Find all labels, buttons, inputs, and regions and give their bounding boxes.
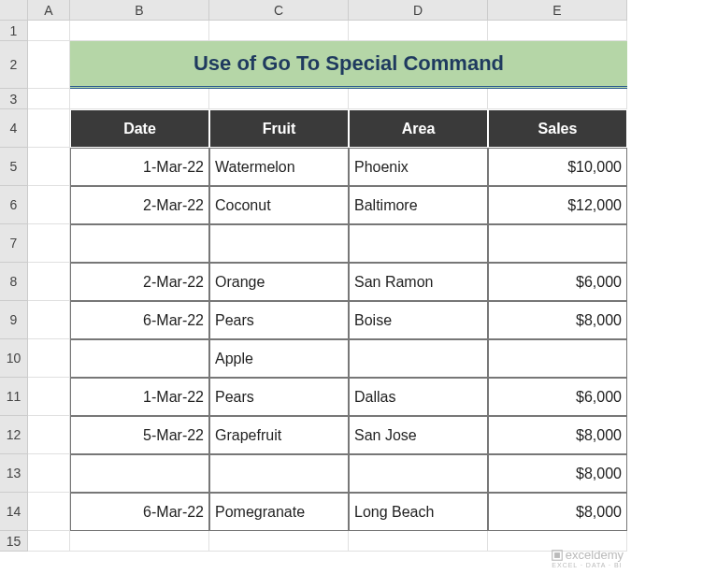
row-header-2[interactable]: 2	[0, 41, 28, 89]
cell-c15[interactable]	[209, 531, 349, 552]
cell-sales-9[interactable]: $8,000	[488, 301, 627, 339]
row-header-9[interactable]: 9	[0, 301, 28, 339]
row-header-15[interactable]: 15	[0, 531, 28, 552]
table-header-sales[interactable]: Sales	[488, 109, 627, 148]
cell-area-7[interactable]	[349, 224, 488, 263]
cell-a6[interactable]	[28, 186, 70, 224]
cell-d15[interactable]	[349, 531, 488, 552]
table-header-fruit[interactable]: Fruit	[209, 109, 349, 148]
cell-b15[interactable]	[70, 531, 209, 552]
cell-date-12[interactable]: 5-Mar-22	[70, 416, 209, 454]
cell-e15[interactable]	[488, 531, 627, 552]
cell-e3[interactable]	[488, 89, 627, 109]
row-header-13[interactable]: 13	[0, 454, 28, 493]
cell-c3[interactable]	[209, 89, 349, 109]
cell-area-12[interactable]: San Jose	[349, 416, 488, 454]
row-header-7[interactable]: 7	[0, 224, 28, 263]
table-header-date[interactable]: Date	[70, 109, 209, 148]
col-header-a[interactable]: A	[28, 0, 70, 21]
col-header-e[interactable]: E	[488, 0, 627, 21]
row-header-14[interactable]: 14	[0, 493, 28, 531]
cell-a15[interactable]	[28, 531, 70, 552]
cell-sales-10[interactable]	[488, 339, 627, 378]
cell-fruit-5[interactable]: Watermelon	[209, 148, 349, 186]
watermark-tagline: EXCEL · DATA · BI	[551, 562, 624, 569]
cell-sales-14[interactable]: $8,000	[488, 493, 627, 531]
cell-a4[interactable]	[28, 109, 70, 148]
cell-e1[interactable]	[488, 21, 627, 41]
cell-area-8[interactable]: San Ramon	[349, 263, 488, 301]
row-header-10[interactable]: 10	[0, 339, 28, 378]
cell-fruit-6[interactable]: Coconut	[209, 186, 349, 224]
watermark: exceldemy EXCEL · DATA · BI	[551, 549, 624, 569]
cell-a9[interactable]	[28, 301, 70, 339]
select-all-corner[interactable]	[0, 0, 28, 21]
row-header-8[interactable]: 8	[0, 263, 28, 301]
cell-date-14[interactable]: 6-Mar-22	[70, 493, 209, 531]
cell-date-5[interactable]: 1-Mar-22	[70, 148, 209, 186]
cell-date-6[interactable]: 2-Mar-22	[70, 186, 209, 224]
spreadsheet-grid: A B C D E 1 2 Use of Go To Special Comma…	[0, 0, 717, 552]
row-header-11[interactable]: 11	[0, 378, 28, 416]
cell-date-8[interactable]: 2-Mar-22	[70, 263, 209, 301]
cell-sales-11[interactable]: $6,000	[488, 378, 627, 416]
cell-a5[interactable]	[28, 148, 70, 186]
row-header-1[interactable]: 1	[0, 21, 28, 41]
col-header-d[interactable]: D	[349, 0, 488, 21]
cell-date-13[interactable]	[70, 454, 209, 493]
cell-a1[interactable]	[28, 21, 70, 41]
cell-fruit-10[interactable]: Apple	[209, 339, 349, 378]
table-header-area[interactable]: Area	[349, 109, 488, 148]
cell-b3[interactable]	[70, 89, 209, 109]
cell-fruit-9[interactable]: Pears	[209, 301, 349, 339]
cell-sales-6[interactable]: $12,000	[488, 186, 627, 224]
cell-area-11[interactable]: Dallas	[349, 378, 488, 416]
cell-area-9[interactable]: Boise	[349, 301, 488, 339]
col-header-b[interactable]: B	[70, 0, 209, 21]
cell-a8[interactable]	[28, 263, 70, 301]
cell-a11[interactable]	[28, 378, 70, 416]
cell-area-13[interactable]	[349, 454, 488, 493]
svg-rect-0	[552, 551, 563, 561]
cell-fruit-7[interactable]	[209, 224, 349, 263]
cell-a2[interactable]	[28, 41, 70, 89]
cell-sales-12[interactable]: $8,000	[488, 416, 627, 454]
cell-fruit-14[interactable]: Pomegranate	[209, 493, 349, 531]
row-header-6[interactable]: 6	[0, 186, 28, 224]
cell-a12[interactable]	[28, 416, 70, 454]
cell-area-14[interactable]: Long Beach	[349, 493, 488, 531]
cell-date-10[interactable]	[70, 339, 209, 378]
cell-sales-5[interactable]: $10,000	[488, 148, 627, 186]
cell-fruit-13[interactable]	[209, 454, 349, 493]
title-banner[interactable]: Use of Go To Special Command	[70, 41, 627, 89]
row-header-4[interactable]: 4	[0, 109, 28, 148]
cell-area-5[interactable]: Phoenix	[349, 148, 488, 186]
cell-d3[interactable]	[349, 89, 488, 109]
row-header-3[interactable]: 3	[0, 89, 28, 109]
row-header-12[interactable]: 12	[0, 416, 28, 454]
cell-d1[interactable]	[349, 21, 488, 41]
col-header-c[interactable]: C	[209, 0, 349, 21]
cell-area-10[interactable]	[349, 339, 488, 378]
cell-sales-8[interactable]: $6,000	[488, 263, 627, 301]
cell-a3[interactable]	[28, 89, 70, 109]
cell-a7[interactable]	[28, 224, 70, 263]
cell-fruit-8[interactable]: Orange	[209, 263, 349, 301]
cell-date-7[interactable]	[70, 224, 209, 263]
cell-a14[interactable]	[28, 493, 70, 531]
cell-date-9[interactable]: 6-Mar-22	[70, 301, 209, 339]
svg-rect-1	[554, 552, 560, 558]
cell-fruit-11[interactable]: Pears	[209, 378, 349, 416]
cell-fruit-12[interactable]: Grapefruit	[209, 416, 349, 454]
cell-date-11[interactable]: 1-Mar-22	[70, 378, 209, 416]
cell-sales-7[interactable]	[488, 224, 627, 263]
row-header-5[interactable]: 5	[0, 148, 28, 186]
cell-a10[interactable]	[28, 339, 70, 378]
cell-b1[interactable]	[70, 21, 209, 41]
cell-c1[interactable]	[209, 21, 349, 41]
cell-a13[interactable]	[28, 454, 70, 493]
cell-area-6[interactable]: Baltimore	[349, 186, 488, 224]
cell-sales-13[interactable]: $8,000	[488, 454, 627, 493]
